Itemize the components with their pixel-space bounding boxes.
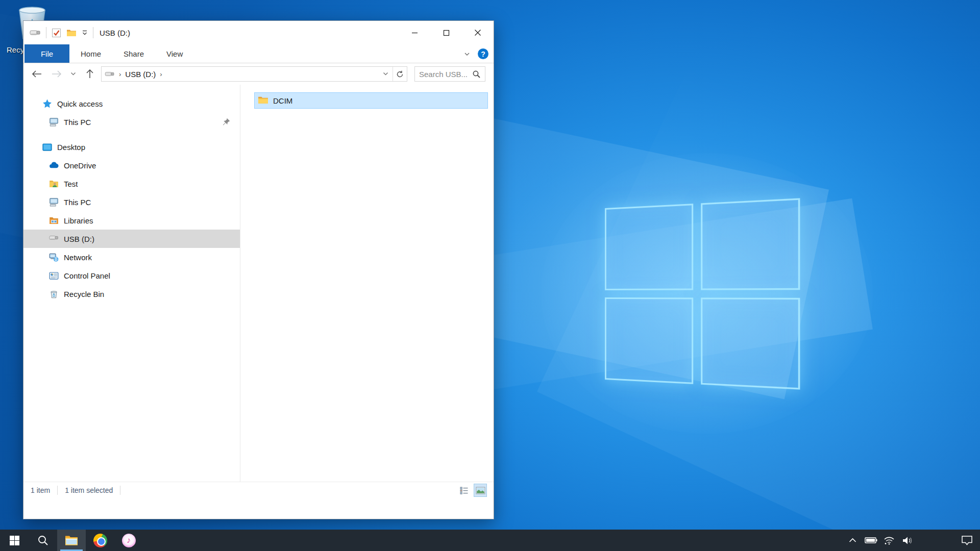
address-bar[interactable]: › USB (D:) › [101, 66, 407, 82]
status-separator [120, 486, 120, 495]
libraries-icon [49, 216, 59, 226]
windows-wallpaper-logo [605, 198, 800, 389]
file-explorer-icon [65, 535, 78, 546]
sidebar-item-test[interactable]: Test [23, 174, 240, 193]
window-body: Quick access This PC Desktop [23, 85, 494, 482]
logo-pane [701, 198, 800, 290]
taskbar: ♪ [0, 530, 980, 551]
sidebar-item-desktop[interactable]: Desktop [23, 138, 240, 156]
onedrive-cloud-icon [49, 161, 59, 170]
search-input[interactable] [415, 67, 472, 81]
itunes-icon: ♪ [122, 534, 136, 547]
sidebar-item-usb-d[interactable]: USB (D:) [23, 230, 240, 248]
tab-share[interactable]: Share [112, 44, 155, 63]
sidebar-item-label: Quick access [57, 99, 103, 108]
sidebar-item-label: Desktop [57, 143, 85, 152]
sidebar-item-label: OneDrive [64, 161, 96, 170]
address-dropdown-chevron[interactable] [379, 67, 393, 81]
breadcrumb: › USB (D:) › [102, 70, 379, 79]
title-bar[interactable]: USB (D:) [23, 21, 494, 44]
minimize-button[interactable] [399, 21, 430, 44]
view-toggle-group [458, 482, 486, 498]
sidebar-item-label: USB (D:) [64, 235, 94, 243]
folder-icon [258, 95, 268, 106]
breadcrumb-segment[interactable]: USB (D:) [125, 70, 156, 79]
folder-icon[interactable] [66, 29, 77, 37]
chrome-icon [93, 534, 107, 547]
details-view-icon[interactable] [458, 484, 470, 496]
help-button[interactable]: ? [478, 48, 488, 59]
sidebar-item-label: This PC [64, 118, 91, 127]
sidebar-item-quick-access[interactable]: Quick access [23, 94, 240, 113]
windows-start-icon [10, 536, 19, 545]
files-pane[interactable]: DCIM [240, 85, 494, 482]
up-button[interactable] [82, 66, 98, 82]
forward-button[interactable] [48, 66, 64, 82]
sidebar-item-label: Test [64, 180, 78, 188]
sidebar-item-this-pc-pinned[interactable]: This PC [23, 113, 240, 131]
taskbar-itunes-button[interactable]: ♪ [114, 530, 143, 551]
sidebar-item-onedrive[interactable]: OneDrive [23, 156, 240, 174]
network-icon [49, 253, 59, 262]
refresh-button[interactable] [393, 67, 407, 81]
tab-file[interactable]: File [24, 44, 69, 63]
taskbar-search-button[interactable] [29, 530, 57, 551]
sidebar-item-label: Control Panel [64, 271, 110, 280]
system-tray [843, 530, 980, 551]
breadcrumb-chevron[interactable]: › [117, 70, 123, 78]
close-button[interactable] [462, 21, 494, 44]
logo-pane [605, 204, 693, 290]
recycle-bin-icon [49, 289, 59, 299]
sidebar-item-libraries[interactable]: Libraries [23, 211, 240, 230]
battery-icon[interactable] [862, 530, 880, 551]
large-thumbnails-view-icon[interactable] [474, 484, 486, 496]
logo-pane [605, 297, 693, 384]
tab-view[interactable]: View [155, 44, 194, 63]
taskbar-file-explorer-button[interactable] [57, 530, 86, 551]
tab-home[interactable]: Home [69, 44, 112, 63]
file-explorer-window: USB (D:) File Home Share View [23, 20, 494, 519]
sidebar-item-network[interactable]: Network [23, 248, 240, 266]
recent-locations-chevron[interactable] [68, 66, 79, 82]
control-panel-icon [49, 271, 59, 281]
selection-info: 1 item selected [58, 486, 120, 494]
volume-icon[interactable] [898, 530, 917, 551]
sidebar-item-label: Recycle Bin [64, 290, 104, 298]
wifi-icon[interactable] [880, 530, 898, 551]
this-pc-icon [49, 117, 59, 127]
taskbar-chrome-button[interactable] [86, 530, 114, 551]
sidebar-item-control-panel[interactable]: Control Panel [23, 266, 240, 285]
customize-toolbar-chevron[interactable] [82, 30, 88, 36]
sidebar-item-this-pc[interactable]: This PC [23, 193, 240, 211]
quick-access-star-icon [42, 99, 52, 109]
desktop-icon [42, 142, 52, 152]
toolbar-separator [46, 27, 46, 38]
usb-drive-icon [105, 70, 115, 78]
usb-drive-icon [30, 29, 41, 37]
search-icon [37, 535, 48, 546]
file-name: DCIM [273, 96, 292, 105]
ribbon-right-controls: ? [463, 44, 488, 63]
quick-access-toolbar [23, 27, 93, 38]
search-icon[interactable] [472, 70, 481, 79]
usb-drive-icon [49, 234, 59, 244]
maximize-button[interactable] [430, 21, 462, 44]
sidebar-item-label: Libraries [64, 216, 93, 225]
address-row: › USB (D:) › [23, 63, 494, 85]
toolbar-separator [93, 27, 93, 38]
sidebar-item-recycle-bin[interactable]: Recycle Bin [23, 285, 240, 303]
desktop: Recy [0, 0, 980, 551]
action-center-icon[interactable] [953, 530, 980, 551]
hidden-icons-chevron[interactable] [843, 530, 862, 551]
start-button[interactable] [0, 530, 29, 551]
status-bar: 1 item 1 item selected [23, 482, 494, 498]
expand-ribbon-chevron-icon[interactable] [463, 51, 471, 58]
checkmark-document-icon[interactable] [52, 28, 61, 38]
file-item-dcim[interactable]: DCIM [254, 92, 488, 109]
search-box [414, 66, 485, 82]
breadcrumb-chevron[interactable]: › [158, 70, 164, 78]
back-button[interactable] [29, 66, 45, 82]
this-pc-icon [49, 197, 59, 207]
logo-pane [701, 297, 800, 389]
user-folder-icon [49, 179, 59, 189]
